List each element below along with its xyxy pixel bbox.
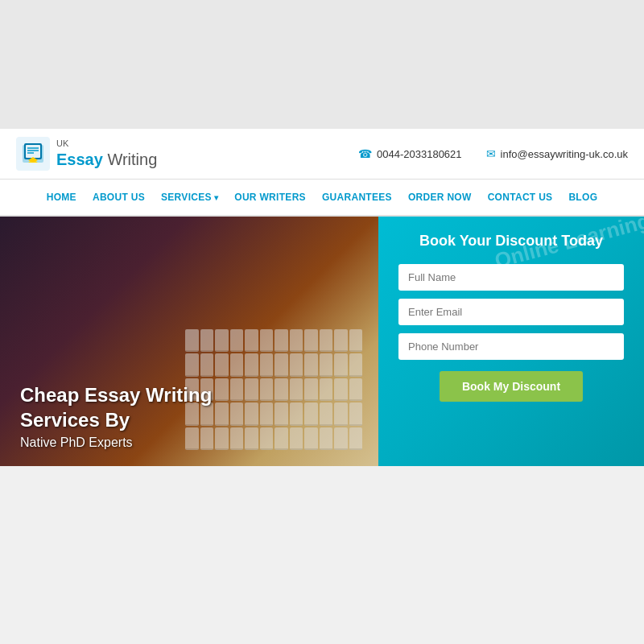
hero-right: Book Your Discount Today Book My Discoun…	[378, 217, 644, 466]
nav-contact[interactable]: CONTACT US	[481, 188, 559, 207]
nav-blog[interactable]: BLOG	[562, 188, 604, 207]
header-contact: ☎ 0044-2033180621 ✉ info@essaywriting-uk…	[358, 147, 628, 160]
site-header: UK Essay Writing ☎ 0044-2033180621 ✉ inf…	[0, 129, 644, 180]
logo-uk: UK	[56, 138, 157, 149]
nav-about[interactable]: ABOUT US	[86, 188, 151, 207]
email-icon: ✉	[486, 147, 496, 160]
hero-left: Cheap Essay WritingServices By Native Ph…	[0, 217, 378, 466]
hero-main-title: Cheap Essay WritingServices By	[20, 382, 212, 432]
nav-services[interactable]: SERVICES	[155, 188, 225, 207]
form-title: Book Your Discount Today	[419, 233, 603, 250]
phone-number: 0044-2033180621	[377, 148, 462, 160]
phone-input[interactable]	[398, 333, 624, 360]
book-discount-button[interactable]: Book My Discount	[440, 371, 583, 402]
logo-essay: Essay	[56, 151, 103, 168]
logo-writing: Writing	[103, 151, 157, 168]
hero-section: Cheap Essay WritingServices By Native Ph…	[0, 217, 644, 466]
nav-writers[interactable]: OUR WRITERS	[228, 188, 312, 207]
main-nav: HOME ABOUT US SERVICES OUR WRITERS GUARA…	[0, 180, 644, 217]
header-email[interactable]: ✉ info@essaywriting-uk.co.uk	[486, 147, 628, 160]
logo-icon	[16, 137, 50, 171]
logo-text: UK Essay Writing	[56, 138, 157, 168]
nav-home[interactable]: HOME	[40, 188, 83, 207]
nav-guarantees[interactable]: GUARANTEES	[316, 188, 398, 207]
email-input[interactable]	[398, 299, 624, 325]
hero-text: Cheap Essay WritingServices By Native Ph…	[20, 382, 212, 450]
full-name-input[interactable]	[398, 264, 624, 291]
phone-icon: ☎	[358, 147, 372, 160]
header-phone[interactable]: ☎ 0044-2033180621	[358, 147, 462, 160]
svg-rect-3	[26, 145, 40, 158]
logo[interactable]: UK Essay Writing	[16, 137, 157, 171]
nav-order[interactable]: ORDER NOW	[402, 188, 478, 207]
hero-subtitle: Native PhD Experts	[20, 436, 212, 450]
email-address: info@essaywriting-uk.co.uk	[501, 148, 628, 160]
